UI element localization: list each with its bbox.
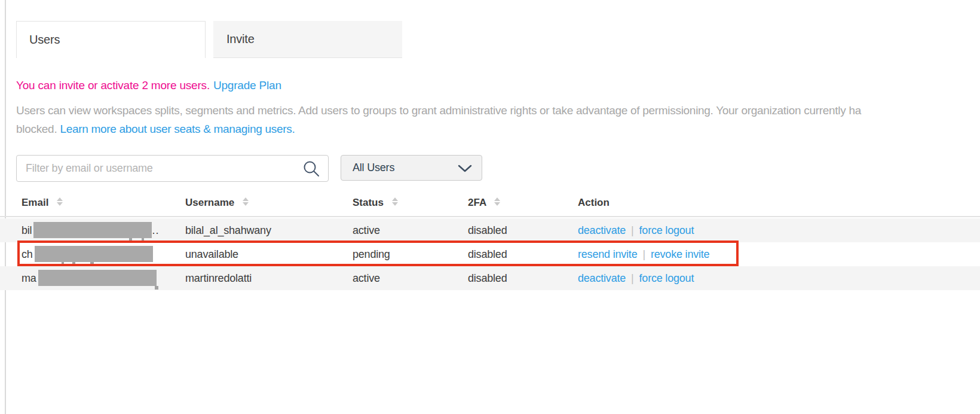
force-logout-link[interactable]: force logout: [639, 272, 694, 284]
table-row-bilal: bil.. bilal_al_shahwany active disabled …: [0, 218, 980, 242]
column-header-status[interactable]: Status: [353, 187, 398, 217]
status-cell: active: [353, 266, 380, 290]
table-row-martin: ma martinredolatti active disabled deact…: [0, 266, 980, 290]
upgrade-plan-link[interactable]: Upgrade Plan: [213, 79, 281, 92]
status-cell: pending: [353, 242, 390, 266]
action-cell: deactivate|force logout: [578, 266, 694, 290]
action-separator: |: [631, 272, 633, 284]
2fa-cell: disabled: [468, 218, 507, 242]
2fa-cell: disabled: [468, 242, 507, 266]
filter-input[interactable]: [16, 155, 329, 182]
deactivate-link[interactable]: deactivate: [578, 272, 626, 284]
username-cell: martinredolatti: [185, 266, 252, 290]
user-filter-dropdown[interactable]: All Users: [341, 155, 482, 181]
action-separator: |: [631, 224, 633, 236]
seat-limit-banner: You can invite or activate 2 more users.…: [16, 79, 281, 92]
action-separator: |: [642, 248, 645, 260]
sort-icon[interactable]: [57, 197, 63, 206]
force-logout-link[interactable]: force logout: [639, 224, 694, 236]
2fa-cell: disabled: [468, 266, 507, 290]
action-cell: resend invite|revoke invite: [578, 242, 709, 266]
chevron-down-icon: [458, 165, 472, 173]
column-header-action: Action: [578, 187, 610, 217]
column-header-username[interactable]: Username: [185, 187, 249, 217]
redaction-box: [33, 222, 152, 238]
revoke-invite-link[interactable]: revoke invite: [651, 248, 709, 260]
resend-invite-link[interactable]: resend invite: [578, 248, 637, 260]
filter-field-wrap: [16, 155, 329, 182]
table-header: Email Username Status 2FA Action: [0, 187, 980, 217]
tab-invite[interactable]: Invite: [213, 21, 402, 58]
sort-icon[interactable]: [392, 197, 398, 206]
column-header-2fa[interactable]: 2FA: [468, 187, 500, 217]
email-cell: bil..: [22, 218, 159, 242]
action-cell: deactivate|force logout: [578, 218, 694, 242]
status-cell: active: [353, 218, 380, 242]
user-table-body: bil.. bilal_al_shahwany active disabled …: [0, 218, 980, 290]
users-description: Users can view workspaces splits, segmen…: [16, 101, 861, 138]
search-icon: [302, 160, 320, 178]
tab-bar: Users Invite: [16, 21, 402, 58]
username-cell: unavailable: [185, 242, 238, 266]
description-line-1: Users can view workspaces splits, segmen…: [16, 101, 861, 120]
sort-icon[interactable]: [243, 197, 249, 206]
seat-limit-message: You can invite or activate 2 more users.: [16, 79, 210, 92]
email-cell: ch: [22, 242, 153, 266]
column-header-email[interactable]: Email: [22, 187, 63, 217]
redaction-box: [35, 246, 153, 262]
description-line-2-text: blocked.: [16, 123, 57, 135]
redaction-box: [38, 270, 157, 286]
table-row-pending-invite: ch unavailable pending disabled resend i…: [0, 242, 980, 266]
deactivate-link[interactable]: deactivate: [578, 224, 626, 236]
sort-icon[interactable]: [494, 197, 500, 206]
learn-more-link[interactable]: Learn more about user seats & managing u…: [60, 123, 295, 135]
description-line-2: blocked.Learn more about user seats & ma…: [16, 120, 861, 138]
username-cell: bilal_al_shahwany: [185, 218, 271, 242]
email-cell: ma: [22, 266, 157, 290]
tab-users[interactable]: Users: [16, 21, 206, 58]
user-filter-dropdown-value: All Users: [353, 162, 394, 173]
